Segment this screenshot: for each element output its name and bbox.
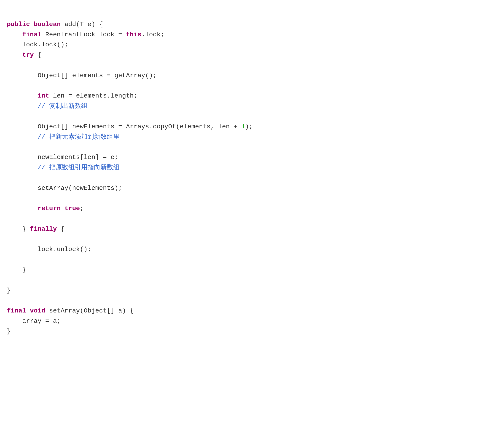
code-line-10 bbox=[7, 112, 497, 122]
code-line-11: Object[] newElements = Arrays.copyOf(ele… bbox=[7, 122, 497, 132]
code-line-14: newElements[len] = e; bbox=[7, 152, 497, 163]
code-line-23: lock.unlock(); bbox=[7, 244, 497, 255]
code-line-28 bbox=[7, 295, 497, 306]
code-line-5 bbox=[7, 60, 497, 70]
code-line-29: final void setArray(Object[] a) { bbox=[7, 306, 497, 316]
code-line-24 bbox=[7, 255, 497, 265]
code-line-13 bbox=[7, 142, 497, 152]
code-line-22 bbox=[7, 234, 497, 245]
code-container: public boolean add(T e) { final Reentran… bbox=[7, 9, 497, 337]
code-line-21: } finally { bbox=[7, 224, 497, 234]
code-line-12: // 把新元素添加到新数组里 bbox=[7, 132, 497, 142]
code-line-8: int len = elements.length; bbox=[7, 91, 497, 101]
code-line-16 bbox=[7, 173, 497, 183]
code-line-7 bbox=[7, 81, 497, 91]
code-line-3: lock.lock(); bbox=[7, 40, 497, 50]
code-line-15: // 把原数组引用指向新数组 bbox=[7, 163, 497, 173]
code-line-18 bbox=[7, 193, 497, 204]
code-line-2: final ReentrantLock lock = this.lock; bbox=[7, 30, 497, 40]
code-line-27: } bbox=[7, 286, 497, 296]
code-line-31: } bbox=[7, 326, 497, 337]
code-line-17: setArray(newElements); bbox=[7, 183, 497, 193]
code-line-25: } bbox=[7, 265, 497, 275]
code-line-20 bbox=[7, 214, 497, 224]
code-line-4: try { bbox=[7, 50, 497, 60]
code-line-6: Object[] elements = getArray(); bbox=[7, 70, 497, 81]
code-line-26 bbox=[7, 275, 497, 286]
code-line-30: array = a; bbox=[7, 316, 497, 326]
code-line-19: return true; bbox=[7, 204, 497, 214]
code-line-9: // 复制出新数组 bbox=[7, 101, 497, 112]
code-line-1: public boolean add(T e) { bbox=[7, 19, 497, 30]
